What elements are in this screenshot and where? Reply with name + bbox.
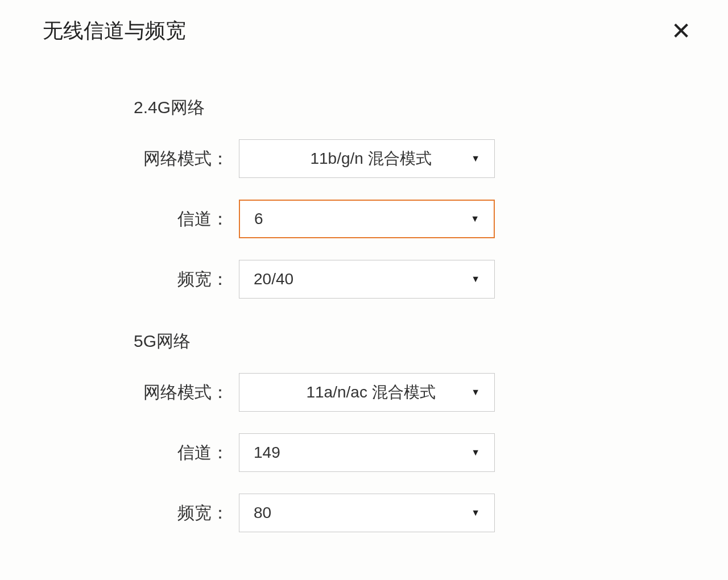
chevron-down-icon: ▼ — [471, 154, 480, 164]
label-2g-mode: 网络模式： — [0, 147, 239, 171]
select-2g-channel[interactable]: 6 ▼ — [239, 200, 495, 238]
label-2g-channel: 信道： — [0, 208, 239, 231]
select-2g-mode-value: 11b/g/n 混合模式 — [254, 148, 471, 169]
close-icon[interactable]: ✕ — [671, 19, 691, 43]
label-5g-bandwidth: 频宽： — [0, 502, 239, 525]
chevron-down-icon: ▼ — [471, 508, 480, 518]
row-2g-channel: 信道： 6 ▼ — [0, 200, 728, 238]
chevron-down-icon: ▼ — [471, 448, 480, 458]
row-5g-channel: 信道： 149 ▼ — [0, 433, 728, 472]
row-2g-mode: 网络模式： 11b/g/n 混合模式 ▼ — [0, 139, 728, 178]
label-5g-mode: 网络模式： — [0, 381, 239, 404]
select-5g-mode-value: 11a/n/ac 混合模式 — [254, 382, 471, 403]
section-5g-title: 5G网络 — [134, 330, 728, 353]
label-2g-bandwidth: 频宽： — [0, 268, 239, 291]
chevron-down-icon: ▼ — [471, 387, 480, 397]
dialog-content: 2.4G网络 网络模式： 11b/g/n 混合模式 ▼ 信道： 6 ▼ 频宽： … — [0, 62, 728, 532]
chevron-down-icon: ▼ — [470, 214, 479, 224]
select-5g-bandwidth[interactable]: 80 ▼ — [239, 494, 495, 532]
select-5g-channel[interactable]: 149 ▼ — [239, 433, 495, 472]
chevron-down-icon: ▼ — [471, 274, 480, 284]
row-5g-mode: 网络模式： 11a/n/ac 混合模式 ▼ — [0, 373, 728, 412]
dialog-header: 无线信道与频宽 ✕ — [0, 0, 728, 62]
select-5g-bandwidth-value: 80 — [254, 504, 271, 522]
dialog-title: 无线信道与频宽 — [43, 17, 186, 45]
select-2g-mode[interactable]: 11b/g/n 混合模式 ▼ — [239, 139, 495, 178]
label-5g-channel: 信道： — [0, 441, 239, 465]
select-2g-bandwidth-value: 20/40 — [254, 270, 293, 288]
row-2g-bandwidth: 频宽： 20/40 ▼ — [0, 260, 728, 299]
section-2g-title: 2.4G网络 — [134, 96, 728, 119]
select-5g-channel-value: 149 — [254, 444, 280, 462]
select-2g-channel-value: 6 — [254, 210, 263, 228]
row-5g-bandwidth: 频宽： 80 ▼ — [0, 494, 728, 532]
select-5g-mode[interactable]: 11a/n/ac 混合模式 ▼ — [239, 373, 495, 412]
select-2g-bandwidth[interactable]: 20/40 ▼ — [239, 260, 495, 299]
